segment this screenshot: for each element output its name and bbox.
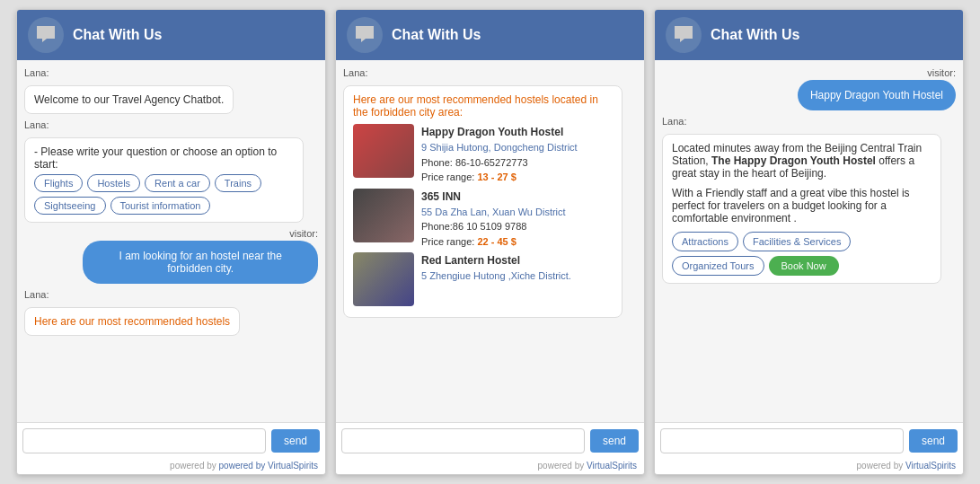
- hostel-item-1: Happy Dragon Youth Hostel 9 Shijia Huton…: [353, 124, 613, 185]
- option-sightseeing[interactable]: Sightseeing: [34, 197, 106, 215]
- visitor-label-1: visitor:: [289, 228, 318, 239]
- footer-1: powered by powered by VirtualSpirits: [17, 459, 325, 474]
- send-button-2[interactable]: send: [590, 429, 639, 453]
- hostel-info-1: Happy Dragon Youth Hostel 9 Shijia Huton…: [421, 124, 578, 185]
- bubble-lana-reply-1: Here are our most recommended hostels: [24, 307, 240, 336]
- hostel-img-3: [353, 252, 414, 306]
- chat-input-2[interactable]: [341, 428, 585, 453]
- hostel-info-3: Red Lantern Hostel 5 Zhengiue Hutong ,Xi…: [421, 252, 571, 284]
- input-area-3: send: [655, 422, 963, 459]
- hostel-img-1: [353, 124, 414, 178]
- option-tourist-info[interactable]: Tourist information: [110, 197, 211, 215]
- lana-label-w3: Lana:: [662, 116, 956, 127]
- hostel-item-2: 365 INN 55 Da Zha Lan, Xuan Wu District …: [353, 189, 613, 250]
- lana-label-w2: Lana:: [343, 67, 637, 78]
- lana-label-1: Lana:: [24, 67, 318, 78]
- hostel-img-2: [353, 189, 414, 242]
- lana-label-3: Lana:: [24, 289, 318, 300]
- chat-input-1[interactable]: [22, 428, 266, 453]
- option-buttons: Flights Hostels Rent a car Trains Sights…: [34, 174, 294, 215]
- speech-bubble-icon-2: [354, 24, 375, 46]
- action-buttons: Attractions Facilities & Services Organi…: [672, 232, 931, 276]
- hostels-intro: Here are our most recommended hostels lo…: [353, 93, 613, 119]
- chat-title-3: Chat With Us: [711, 27, 799, 43]
- chat-title-2: Chat With Us: [392, 27, 481, 43]
- btn-book-now[interactable]: Book Now: [769, 256, 839, 276]
- visitor-label-3: visitor:: [927, 67, 956, 78]
- bubble-visitor-1: I am looking for an hostel near the forb…: [83, 241, 318, 284]
- send-button-1[interactable]: send: [271, 429, 320, 453]
- chat-title-1: Chat With Us: [73, 27, 162, 43]
- option-flights[interactable]: Flights: [34, 174, 83, 192]
- send-button-3[interactable]: send: [909, 429, 958, 453]
- bubble-options: - Please write your question or choose a…: [24, 137, 304, 223]
- bubble-lana-detail: Located minutes away from the Beijing Ce…: [662, 134, 941, 284]
- chat-widget-1: Chat With Us Lana: Welcome to our Travel…: [16, 9, 326, 475]
- visitor-msg-wrap-3: visitor: Happy Dragon Youth Hostel: [662, 67, 956, 110]
- bubble-visitor-3: Happy Dragon Youth Hostel: [798, 80, 956, 110]
- chat-icon-3: [666, 17, 702, 53]
- bubble-welcome: Welcome to our Travel Agency Chatbot.: [24, 85, 234, 114]
- chat-icon-2: [347, 17, 383, 53]
- lana-label-2: Lana:: [24, 119, 318, 130]
- chat-messages-3: visitor: Happy Dragon Youth Hostel Lana:…: [655, 60, 963, 422]
- btn-organized-tours[interactable]: Organized Tours: [672, 256, 764, 276]
- chat-input-3[interactable]: [660, 428, 904, 453]
- chat-messages-2: Lana: Here are our most recommended host…: [336, 60, 644, 422]
- input-area-1: send: [17, 422, 325, 459]
- chat-icon-1: [28, 17, 64, 53]
- chat-header-2: Chat With Us: [336, 10, 644, 60]
- bubble-hostels-list: Here are our most recommended hostels lo…: [343, 85, 622, 318]
- hostel-desc-2: With a Friendly staff and a great vibe t…: [672, 187, 931, 224]
- visitor-msg-wrap-1: visitor: I am looking for an hostel near…: [24, 228, 318, 284]
- speech-bubble-icon: [35, 24, 57, 46]
- chat-messages-1: Lana: Welcome to our Travel Agency Chatb…: [17, 60, 325, 422]
- speech-bubble-icon-3: [673, 24, 694, 46]
- hostel-desc-1: Located minutes away from the Beijing Ce…: [672, 142, 931, 180]
- chat-widget-2: Chat With Us Lana: Here are our most rec…: [335, 9, 645, 475]
- btn-attractions[interactable]: Attractions: [672, 232, 738, 251]
- option-trains[interactable]: Trains: [215, 174, 261, 192]
- hostel-info-2: 365 INN 55 Da Zha Lan, Xuan Wu District …: [421, 189, 566, 250]
- btn-facilities[interactable]: Facilities & Services: [743, 232, 851, 251]
- footer-3: powered by VirtualSpirits: [655, 459, 963, 474]
- footer-2: powered by VirtualSpirits: [336, 459, 644, 474]
- option-hostels[interactable]: Hostels: [87, 174, 140, 192]
- chat-header-1: Chat With Us: [17, 10, 325, 60]
- chat-header-3: Chat With Us: [655, 10, 963, 60]
- hostel-item-3: Red Lantern Hostel 5 Zhengiue Hutong ,Xi…: [353, 252, 613, 306]
- option-rent-a-car[interactable]: Rent a car: [145, 174, 210, 192]
- chat-widget-3: Chat With Us visitor: Happy Dragon Youth…: [654, 9, 964, 475]
- input-area-2: send: [336, 422, 644, 459]
